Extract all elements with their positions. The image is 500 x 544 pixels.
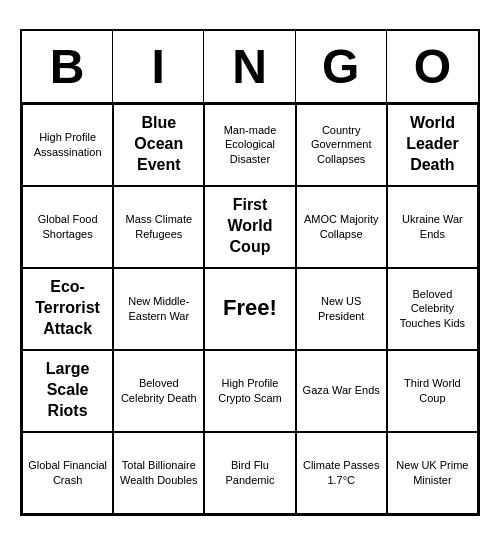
bingo-cell-i2[interactable]: Mass Climate Refugees (113, 186, 204, 268)
bingo-cell-b4[interactable]: Large Scale Riots (22, 350, 113, 432)
bingo-cell-g2[interactable]: AMOC Majority Collapse (296, 186, 387, 268)
bingo-cell-i3[interactable]: New Middle-Eastern War (113, 268, 204, 350)
bingo-cell-n5[interactable]: Bird Flu Pandemic (204, 432, 295, 514)
bingo-letter-g: G (296, 31, 387, 102)
bingo-cell-g1[interactable]: Country Government Collapses (296, 104, 387, 186)
bingo-cell-i1[interactable]: Blue Ocean Event (113, 104, 204, 186)
bingo-cell-g5[interactable]: Climate Passes 1.7°C (296, 432, 387, 514)
bingo-letter-b: B (22, 31, 113, 102)
bingo-cell-o3[interactable]: Beloved Celebrity Touches Kids (387, 268, 478, 350)
bingo-cell-g3[interactable]: New US President (296, 268, 387, 350)
bingo-grid: High Profile AssassinationBlue Ocean Eve… (22, 104, 478, 514)
bingo-header: BINGO (22, 31, 478, 104)
bingo-cell-i4[interactable]: Beloved Celebrity Death (113, 350, 204, 432)
bingo-cell-o4[interactable]: Third World Coup (387, 350, 478, 432)
bingo-cell-g4[interactable]: Gaza War Ends (296, 350, 387, 432)
bingo-letter-i: I (113, 31, 204, 102)
bingo-cell-n2[interactable]: First World Coup (204, 186, 295, 268)
bingo-cell-b5[interactable]: Global Financial Crash (22, 432, 113, 514)
bingo-cell-n1[interactable]: Man-made Ecological Disaster (204, 104, 295, 186)
bingo-cell-b1[interactable]: High Profile Assassination (22, 104, 113, 186)
bingo-cell-o2[interactable]: Ukraine War Ends (387, 186, 478, 268)
bingo-card: BINGO High Profile AssassinationBlue Oce… (20, 29, 480, 516)
bingo-cell-o5[interactable]: New UK Prime Minister (387, 432, 478, 514)
bingo-cell-i5[interactable]: Total Billionaire Wealth Doubles (113, 432, 204, 514)
bingo-cell-b2[interactable]: Global Food Shortages (22, 186, 113, 268)
bingo-cell-b3[interactable]: Eco-Terrorist Attack (22, 268, 113, 350)
bingo-cell-n4[interactable]: High Profile Crypto Scam (204, 350, 295, 432)
bingo-letter-o: O (387, 31, 478, 102)
bingo-letter-n: N (204, 31, 295, 102)
bingo-cell-n3[interactable]: Free! (204, 268, 295, 350)
bingo-cell-o1[interactable]: World Leader Death (387, 104, 478, 186)
